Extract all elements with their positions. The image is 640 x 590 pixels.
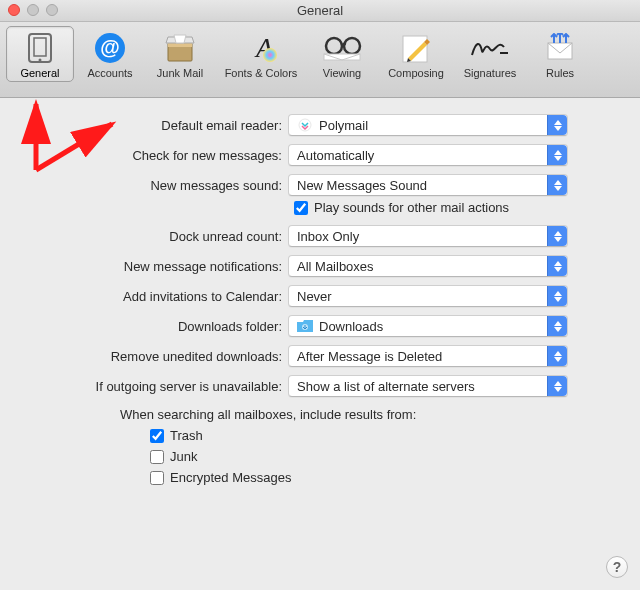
select-downloads-folder[interactable]: Downloads [288, 315, 568, 337]
signatures-icon [470, 35, 510, 61]
help-button[interactable]: ? [606, 556, 628, 578]
svg-point-2 [39, 59, 42, 62]
folder-icon [297, 318, 313, 334]
svg-text:@: @ [100, 36, 120, 58]
tab-junk-mail[interactable]: Junk Mail [146, 26, 214, 82]
window-titlebar: General [0, 0, 640, 22]
select-value: Never [297, 289, 332, 304]
select-check-messages[interactable]: Automatically [288, 144, 568, 166]
label-default-reader: Default email reader: [10, 118, 288, 133]
label-include-junk: Junk [170, 449, 197, 464]
label-include-encrypted: Encrypted Messages [170, 470, 291, 485]
polymail-app-icon [297, 117, 313, 133]
label-include-trash: Trash [170, 428, 203, 443]
chevron-updown-icon [547, 145, 567, 165]
chevron-updown-icon [547, 175, 567, 195]
tab-label: Signatures [464, 67, 517, 79]
tab-label: Viewing [323, 67, 361, 79]
label-play-other-sounds: Play sounds for other mail actions [314, 200, 509, 215]
chevron-updown-icon [547, 226, 567, 246]
close-window-button[interactable] [8, 4, 20, 16]
tab-signatures[interactable]: Signatures [456, 26, 524, 82]
select-new-message-notifications[interactable]: All Mailboxes [288, 255, 568, 277]
preferences-toolbar: General @ Accounts Junk Mail A [0, 22, 640, 98]
chevron-updown-icon [547, 256, 567, 276]
tab-accounts[interactable]: @ Accounts [76, 26, 144, 82]
chevron-updown-icon [547, 115, 567, 135]
select-default-reader[interactable]: Polymail [288, 114, 568, 136]
select-value: New Messages Sound [297, 178, 427, 193]
select-dock-unread-count[interactable]: Inbox Only [288, 225, 568, 247]
select-new-messages-sound[interactable]: New Messages Sound [288, 174, 568, 196]
rules-icon [544, 33, 576, 63]
tab-viewing[interactable]: Viewing [308, 26, 376, 82]
select-value: All Mailboxes [297, 259, 374, 274]
label-outgoing-unavailable: If outgoing server is unavailable: [10, 379, 288, 394]
select-value: Downloads [319, 319, 383, 334]
svg-point-8 [263, 48, 277, 62]
tab-fonts-colors[interactable]: A Fonts & Colors [216, 26, 306, 82]
select-remove-downloads[interactable]: After Message is Deleted [288, 345, 568, 367]
svg-point-9 [326, 38, 342, 54]
tab-label: Composing [388, 67, 444, 79]
minimize-window-button[interactable] [27, 4, 39, 16]
checkbox-play-other-sounds[interactable] [294, 201, 308, 215]
composing-icon [400, 32, 432, 64]
general-icon [27, 32, 53, 64]
svg-point-10 [344, 38, 360, 54]
svg-rect-6 [168, 43, 192, 47]
tab-label: General [20, 67, 59, 79]
label-search-include-heading: When searching all mailboxes, include re… [120, 407, 620, 422]
select-value: Automatically [297, 148, 374, 163]
select-value: Inbox Only [297, 229, 359, 244]
accounts-icon: @ [93, 31, 127, 65]
junk-mail-icon [163, 33, 197, 63]
viewing-icon [322, 34, 362, 62]
select-add-invitations[interactable]: Never [288, 285, 568, 307]
chevron-updown-icon [547, 376, 567, 396]
label-check-messages: Check for new messages: [10, 148, 288, 163]
tab-label: Accounts [87, 67, 132, 79]
label-remove-downloads: Remove unedited downloads: [10, 349, 288, 364]
tab-composing[interactable]: Composing [378, 26, 454, 82]
select-value: Polymail [319, 118, 368, 133]
checkbox-include-encrypted[interactable] [150, 471, 164, 485]
label-add-invitations: Add invitations to Calendar: [10, 289, 288, 304]
tab-label: Fonts & Colors [225, 67, 298, 79]
label-downloads-folder: Downloads folder: [10, 319, 288, 334]
fonts-colors-icon: A [244, 31, 278, 65]
svg-rect-12 [403, 36, 427, 62]
label-new-message-notifications: New message notifications: [10, 259, 288, 274]
chevron-updown-icon [547, 316, 567, 336]
zoom-window-button[interactable] [46, 4, 58, 16]
tab-label: Junk Mail [157, 67, 203, 79]
label-dock-unread-count: Dock unread count: [10, 229, 288, 244]
label-new-messages-sound: New messages sound: [10, 178, 288, 193]
chevron-updown-icon [547, 346, 567, 366]
chevron-updown-icon [547, 286, 567, 306]
tab-general[interactable]: General [6, 26, 74, 82]
checkbox-include-trash[interactable] [150, 429, 164, 443]
checkbox-include-junk[interactable] [150, 450, 164, 464]
svg-rect-1 [34, 38, 46, 56]
general-settings-pane: Default email reader: Polymail Check for… [0, 98, 640, 501]
select-value: After Message is Deleted [297, 349, 442, 364]
select-outgoing-unavailable[interactable]: Show a list of alternate servers [288, 375, 568, 397]
tab-label: Rules [546, 67, 574, 79]
tab-rules[interactable]: Rules [526, 26, 594, 82]
svg-rect-11 [324, 54, 360, 60]
select-value: Show a list of alternate servers [297, 379, 475, 394]
window-title: General [297, 3, 343, 18]
